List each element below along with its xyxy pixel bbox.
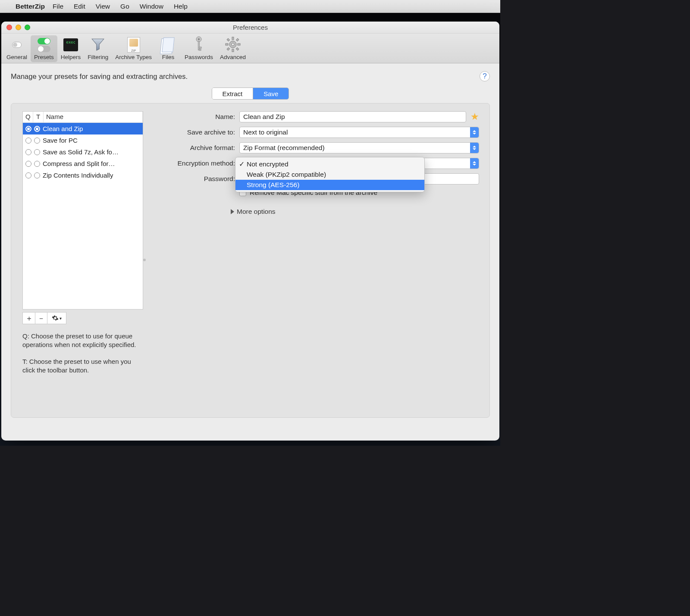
- menu-file[interactable]: File: [53, 3, 63, 10]
- svg-rect-13: [227, 47, 229, 50]
- toolbar-tab-passwords[interactable]: Passwords: [181, 35, 216, 62]
- toolbar-radio[interactable]: [34, 138, 40, 144]
- segment-save[interactable]: Save: [253, 88, 289, 99]
- remove-preset-button[interactable]: －: [35, 313, 47, 324]
- preferences-window: Preferences General Presets exec Helpers…: [1, 22, 499, 441]
- favorite-star-icon[interactable]: ★: [470, 111, 479, 122]
- preset-actions-menu[interactable]: ▾: [47, 313, 66, 324]
- svg-rect-7: [232, 37, 234, 40]
- preset-name: Clean and Zip: [43, 125, 83, 132]
- preset-name-field[interactable]: [239, 111, 466, 122]
- menu-go[interactable]: Go: [120, 3, 129, 10]
- gear-icon: [52, 315, 59, 322]
- toolbar-tab-advanced[interactable]: Advanced: [216, 35, 249, 62]
- preset-list-header: Q T Name: [23, 112, 143, 123]
- toolbar-tab-archive-types[interactable]: ZIP Archive Types: [112, 35, 155, 62]
- app-menu[interactable]: BetterZip: [16, 3, 45, 10]
- terminal-icon: exec: [63, 38, 78, 51]
- archive-format-select[interactable]: Zip Format (recommended): [239, 142, 479, 153]
- chevron-down-icon: ▾: [60, 316, 62, 321]
- svg-rect-14: [236, 47, 238, 50]
- svg-rect-11: [227, 38, 229, 41]
- preset-row[interactable]: Save as Solid 7z, Ask fo…: [23, 146, 143, 158]
- preset-name: Zip Contents Individually: [43, 172, 113, 179]
- save-archive-to-value: Next to original: [243, 128, 288, 136]
- toolbar-radio[interactable]: [34, 172, 40, 178]
- toolbar-tab-helpers[interactable]: exec Helpers: [57, 35, 85, 62]
- preset-name: Save as Solid 7z, Ask fo…: [43, 148, 119, 156]
- switch-icon: [12, 42, 22, 48]
- legend-t-text: T: Choose the preset to use when you cli…: [22, 357, 143, 375]
- segment-extract[interactable]: Extract: [212, 88, 253, 99]
- more-options-disclosure[interactable]: More options: [151, 208, 479, 216]
- window-titlebar[interactable]: Preferences: [1, 22, 499, 34]
- toolbar-tab-filtering[interactable]: Filtering: [84, 35, 112, 62]
- toolbar-tab-presets[interactable]: Presets: [31, 35, 57, 62]
- queue-radio[interactable]: [25, 149, 31, 155]
- select-stepper-icon: [470, 143, 479, 153]
- svg-rect-9: [226, 44, 228, 45]
- encryption-option[interactable]: Weak (PKZip2 compatible): [235, 169, 424, 180]
- encryption-option[interactable]: Not encrypted: [235, 159, 424, 169]
- queue-radio[interactable]: [25, 161, 31, 167]
- preset-name: Compress and Split for…: [43, 160, 115, 167]
- preset-row[interactable]: Save for PC: [23, 134, 143, 146]
- svg-rect-3: [199, 47, 201, 48]
- menu-view[interactable]: View: [96, 3, 110, 10]
- add-preset-button[interactable]: ＋: [23, 313, 35, 324]
- preset-list[interactable]: Q T Name Clean and Zip Save: [22, 111, 143, 310]
- disclosure-triangle-icon: [231, 209, 234, 214]
- macos-menubar: BetterZip File Edit View Go Window Help: [0, 0, 500, 13]
- svg-rect-8: [232, 49, 234, 52]
- preset-legend: Q: Choose the preset to use for queue op…: [22, 332, 143, 375]
- toolbar-radio[interactable]: [34, 161, 40, 167]
- svg-rect-10: [238, 44, 240, 45]
- svg-rect-12: [236, 38, 238, 41]
- toolbar-tab-general[interactable]: General: [3, 35, 31, 62]
- label-name: Name:: [151, 113, 239, 121]
- queue-radio[interactable]: [25, 172, 31, 178]
- extract-save-segment: Extract Save: [212, 88, 289, 100]
- preset-list-column: Q T Name Clean and Zip Save: [22, 111, 143, 409]
- queue-radio[interactable]: [25, 126, 31, 132]
- svg-rect-2: [198, 41, 199, 50]
- toolbar-label-passwords: Passwords: [185, 54, 213, 60]
- toolbar-radio[interactable]: [34, 149, 40, 155]
- preset-row[interactable]: Compress and Split for…: [23, 158, 143, 169]
- label-archive-format: Archive format:: [151, 144, 239, 152]
- toggles-icon: [38, 38, 50, 52]
- menu-help[interactable]: Help: [174, 3, 188, 10]
- column-q[interactable]: Q: [23, 112, 33, 122]
- save-archive-to-select[interactable]: Next to original: [239, 127, 479, 138]
- preferences-body: Manage your presets for saving and extra…: [1, 63, 499, 427]
- toolbar-label-general: General: [6, 54, 27, 60]
- menu-edit[interactable]: Edit: [74, 3, 85, 10]
- encryption-method-menu[interactable]: Not encrypted Weak (PKZip2 compatible) S…: [235, 157, 425, 192]
- svg-point-6: [232, 43, 234, 46]
- queue-radio[interactable]: [25, 138, 31, 144]
- help-button[interactable]: ?: [480, 71, 490, 81]
- preset-row[interactable]: Zip Contents Individually: [23, 169, 143, 181]
- label-password: Password:: [151, 175, 239, 183]
- legend-q-text: Q: Choose the preset to use for queue op…: [22, 332, 143, 350]
- split-handle[interactable]: [143, 259, 146, 261]
- encryption-option[interactable]: Strong (AES-256): [235, 180, 424, 190]
- svg-rect-4: [199, 49, 201, 50]
- archive-file-icon: ZIP: [127, 37, 140, 53]
- page-heading: Manage your presets for saving and extra…: [11, 72, 188, 81]
- column-t[interactable]: T: [33, 112, 44, 122]
- preset-form: Name: ★ Save archive to: Next to origina…: [151, 111, 481, 409]
- column-name[interactable]: Name: [44, 112, 143, 122]
- toolbar-label-presets: Presets: [34, 54, 54, 60]
- preset-name: Save for PC: [43, 137, 78, 144]
- funnel-icon: [91, 37, 105, 53]
- label-save-archive-to: Save archive to:: [151, 128, 239, 136]
- toolbar-label-helpers: Helpers: [61, 54, 81, 60]
- toolbar-tab-files[interactable]: Files: [155, 35, 181, 62]
- presets-panel: Q T Name Clean and Zip Save: [11, 103, 490, 418]
- toolbar-radio[interactable]: [34, 126, 40, 132]
- window-title: Preferences: [1, 24, 499, 31]
- menu-window[interactable]: Window: [140, 3, 163, 10]
- label-encryption-method: Encryption method:: [151, 159, 239, 167]
- preset-row[interactable]: Clean and Zip: [23, 123, 143, 134]
